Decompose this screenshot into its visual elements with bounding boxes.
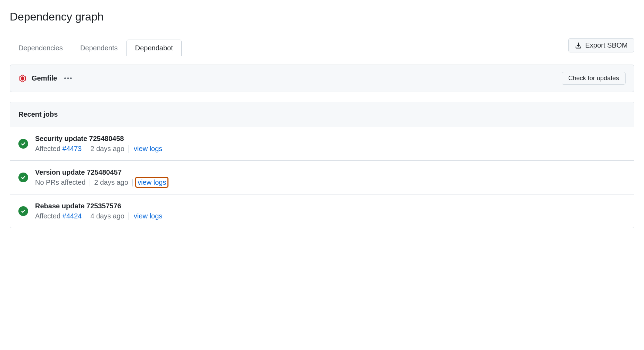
- job-time: 4 days ago: [86, 212, 129, 220]
- view-logs-link[interactable]: view logs: [132, 144, 164, 153]
- job-time: 2 days ago: [86, 145, 129, 153]
- export-sbom-button[interactable]: Export SBOM: [568, 38, 634, 52]
- job-row: Rebase update 725357576Affected #44244 d…: [10, 194, 634, 228]
- ruby-icon: [18, 74, 27, 83]
- job-main: Rebase update 725357576Affected #44244 d…: [35, 202, 165, 220]
- view-logs-link[interactable]: view logs: [136, 178, 167, 187]
- download-icon: [575, 42, 582, 49]
- tab-dependents[interactable]: Dependents: [72, 40, 126, 56]
- view-logs-link[interactable]: view logs: [132, 211, 164, 220]
- job-row: Security update 725480458Affected #44732…: [10, 127, 634, 161]
- job-meta: No PRs affected2 days agoview logs: [35, 178, 169, 186]
- tabs: DependenciesDependentsDependabot: [10, 40, 182, 56]
- manifest-box: Gemfile ••• Check for updates: [10, 65, 634, 92]
- check-updates-button[interactable]: Check for updates: [562, 72, 626, 85]
- pr-link[interactable]: #4424: [63, 212, 82, 220]
- affected-text: Affected #4424: [35, 212, 86, 220]
- job-title: Security update 725480458: [35, 135, 165, 143]
- job-meta: Affected #44732 days agoview logs: [35, 145, 165, 153]
- job-title: Version update 725480457: [35, 168, 169, 176]
- page-title: Dependency graph: [10, 10, 634, 27]
- success-check-icon: [18, 139, 28, 149]
- affected-text: Affected #4473: [35, 145, 86, 153]
- tab-dependabot[interactable]: Dependabot: [126, 40, 182, 56]
- pr-link[interactable]: #4473: [63, 145, 82, 152]
- tab-dependencies[interactable]: Dependencies: [10, 40, 72, 56]
- affected-text: No PRs affected: [35, 178, 90, 186]
- job-title: Rebase update 725357576: [35, 202, 165, 210]
- recent-jobs-box: Recent jobs Security update 725480458Aff…: [10, 102, 634, 228]
- recent-jobs-header: Recent jobs: [10, 102, 634, 127]
- job-time: 2 days ago: [90, 178, 132, 186]
- export-sbom-label: Export SBOM: [585, 41, 628, 49]
- kebab-icon[interactable]: •••: [62, 75, 75, 82]
- job-meta: Affected #44244 days agoview logs: [35, 212, 165, 220]
- manifest-left: Gemfile •••: [18, 74, 75, 83]
- job-main: Version update 725480457No PRs affected2…: [35, 168, 169, 186]
- success-check-icon: [18, 173, 28, 182]
- job-main: Security update 725480458Affected #44732…: [35, 135, 165, 153]
- manifest-name: Gemfile: [32, 74, 57, 82]
- success-check-icon: [18, 206, 28, 216]
- tabs-row: DependenciesDependentsDependabot Export …: [10, 38, 634, 56]
- job-row: Version update 725480457No PRs affected2…: [10, 161, 634, 194]
